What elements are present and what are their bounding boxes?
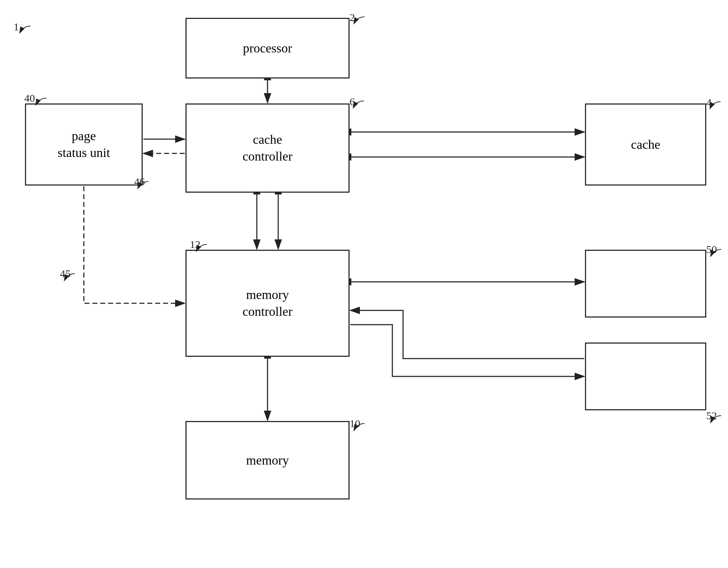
ref2-arrow — [350, 15, 368, 29]
ref50-arrow — [707, 248, 725, 262]
box50-block — [585, 250, 706, 318]
memory-controller-block: memorycontroller — [185, 250, 350, 357]
ref40-arrow — [32, 96, 50, 111]
cache-label: cache — [631, 136, 660, 153]
page-status-unit-label: pagestatus unit — [57, 128, 110, 161]
diagram: processor cachecontroller cache pagestat… — [0, 0, 728, 568]
page-status-unit-block: pagestatus unit — [25, 103, 143, 186]
ref1-arrow — [16, 24, 34, 39]
processor-block: processor — [185, 18, 350, 78]
memory-label: memory — [246, 452, 289, 469]
ref45-arrow — [61, 272, 78, 286]
ref4-arrow — [706, 100, 724, 114]
memory-block: memory — [185, 421, 350, 499]
cache-block: cache — [585, 103, 706, 186]
ref46-arrow — [134, 180, 152, 194]
cache-controller-block: cachecontroller — [185, 103, 350, 193]
ref52-arrow — [707, 414, 725, 428]
ref12-arrow — [193, 243, 210, 257]
ref6-arrow — [350, 99, 367, 113]
processor-label: processor — [243, 40, 292, 57]
box52-block — [585, 343, 706, 410]
memory-controller-label: memorycontroller — [243, 286, 292, 320]
cache-controller-label: cachecontroller — [243, 131, 292, 165]
ref10-arrow — [350, 422, 368, 436]
